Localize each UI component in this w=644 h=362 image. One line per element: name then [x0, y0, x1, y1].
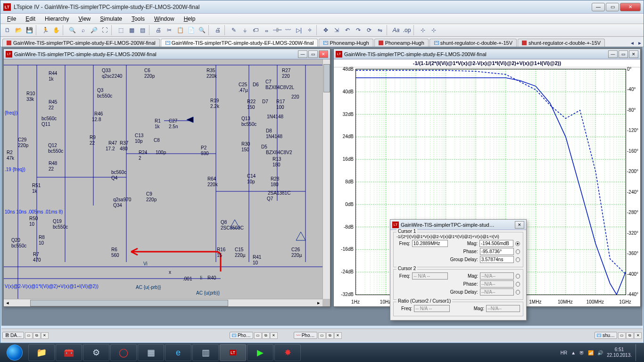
taskbar-app-1[interactable]: 🧰 — [56, 344, 82, 361]
autorange-icon[interactable]: ⬚ — [116, 25, 126, 35]
net2-icon[interactable]: ⊹ — [429, 25, 439, 35]
print-icon[interactable]: 🖨 — [153, 25, 164, 35]
paste-icon[interactable]: 📄 — [186, 25, 196, 35]
tray-action-icon[interactable]: ⛨ — [579, 350, 584, 355]
ratio-freq-input[interactable] — [414, 305, 450, 312]
cut-icon[interactable]: ✂ — [164, 25, 174, 35]
mdi-minimize-button[interactable]: — — [608, 50, 618, 58]
taskbar-clock[interactable]: 6:51 22.10.2013. — [607, 347, 632, 358]
ratio-mag-input[interactable] — [486, 305, 520, 312]
mdi-titlebar[interactable]: LT GainWire-TIS-simplerTPC-simple-study-… — [334, 49, 640, 59]
setup-icon[interactable]: 🖨 — [213, 25, 223, 35]
menu-hierarchy[interactable]: Hierarchy — [40, 15, 74, 23]
cap-icon[interactable]: ⊣⊢ — [272, 25, 282, 35]
diode-icon[interactable]: ▷| — [294, 25, 304, 35]
dialog-close-button[interactable]: ✕ — [515, 221, 524, 229]
mdi-close-button[interactable]: ✕ — [319, 50, 328, 58]
min-close-icon[interactable]: ✕ — [634, 332, 642, 339]
system-tray[interactable]: HR ▲ ⛨ 📶 🔊 6:51 22.10.2013. — [561, 344, 642, 361]
doc-tab-3[interactable]: Phoneamp-Hugh — [374, 39, 429, 47]
zoom-out-icon[interactable]: 🔎 — [89, 25, 99, 35]
tray-flag-icon[interactable]: ▲ — [571, 350, 576, 355]
scrollbar-horizontal[interactable]: ◂ ▸ — [4, 299, 322, 306]
menu-help[interactable]: Help — [179, 15, 200, 23]
taskbar-app-4[interactable]: ▥ — [192, 344, 219, 361]
doc-tab-4[interactable]: ⮹shunt-regulator-c-double-+-15V — [429, 39, 517, 47]
menu-view[interactable]: View — [74, 15, 95, 23]
cursor1-mag-radio[interactable] — [515, 241, 520, 246]
inductor-icon[interactable]: 〰 — [283, 25, 293, 35]
min-max-icon[interactable]: ⧉ — [326, 332, 334, 339]
doc-tab-5[interactable]: shunt-regulator-c-double-+-15V — [518, 39, 605, 47]
min-close-icon[interactable]: ✕ — [41, 332, 49, 339]
taskbar-app-2[interactable]: ⚙ — [83, 344, 109, 361]
bottom-tab-2[interactable]: 〰Pho… — [294, 332, 317, 339]
bottom-tab-1[interactable]: ⮹Pho… — [230, 332, 253, 339]
cursor1-freq-input[interactable] — [412, 240, 448, 247]
rotate-icon[interactable]: ⟳ — [364, 25, 374, 35]
start-button[interactable] — [2, 344, 27, 361]
zoom-area-icon[interactable]: ⌕ — [78, 25, 88, 35]
cursor2-mag-radio[interactable] — [516, 274, 520, 279]
wire-icon[interactable]: ✎ — [229, 25, 239, 35]
cursor2-phase-radio[interactable] — [516, 282, 520, 287]
tile-icon[interactable]: ▦ — [126, 25, 137, 35]
show-desktop-button[interactable] — [636, 344, 639, 361]
doc-tab-2[interactable]: ⮹Phoneamp-Hugh — [319, 39, 373, 47]
tab-scroll-left-icon[interactable]: ◂ — [628, 39, 636, 47]
titlebar[interactable]: LT LTspice IV - GainWire-TIS-simplerTPC-… — [0, 0, 644, 14]
save-icon[interactable]: 💾 — [24, 25, 34, 35]
mdi-minimize-button[interactable]: — — [298, 50, 307, 58]
minimize-button[interactable]: — — [592, 3, 605, 11]
language-indicator[interactable]: HR — [561, 350, 567, 355]
menu-edit[interactable]: Edit — [21, 15, 40, 23]
taskbar-app-6[interactable]: ✸ — [274, 344, 301, 361]
taskbar-trend[interactable]: ◯ — [110, 344, 137, 361]
min-restore-icon[interactable]: ▭ — [318, 332, 326, 339]
ground-icon[interactable]: ⏚ — [239, 25, 250, 35]
spice-icon[interactable]: .op — [402, 25, 412, 35]
cursor1-phase-input[interactable] — [480, 248, 514, 255]
redo-icon[interactable]: ↷ — [353, 25, 363, 35]
net-icon[interactable]: ⊹ — [418, 25, 428, 35]
copy-icon[interactable]: 📋 — [175, 25, 185, 35]
scrollbar-vertical[interactable] — [322, 59, 330, 299]
stop-icon[interactable]: ✋ — [51, 25, 61, 35]
text-icon[interactable]: Aa — [391, 25, 401, 35]
taskbar-ie[interactable]: e — [165, 344, 191, 361]
tab-scroll-right-icon[interactable]: ▸ — [636, 39, 644, 47]
zoom-in-icon[interactable]: 🔍 — [67, 25, 77, 35]
move-icon[interactable]: ✥ — [321, 25, 331, 35]
tray-network-icon[interactable]: 📶 — [588, 350, 594, 355]
bottom-tab-0[interactable]: 🖹DA… — [2, 332, 24, 339]
label-icon[interactable]: 🏷 — [250, 25, 261, 35]
tray-volume-icon[interactable]: 🔊 — [597, 350, 603, 355]
cascade-icon[interactable]: ▤ — [137, 25, 148, 35]
doc-tab-0[interactable]: GainWire-TIS-simplerTPC-simple-study-EF-… — [2, 39, 160, 47]
cursor2-gd-input[interactable] — [480, 288, 514, 296]
doc-tab-1[interactable]: ⮹GainWire-TIS-simplerTPC-simple-study-EF… — [161, 39, 318, 47]
taskbar-ltspice[interactable]: LT — [220, 344, 246, 361]
cursor-dialog[interactable]: LT GainWire-TIS-simplerTPC-simple-stud… … — [390, 219, 527, 321]
cursor2-phase-input[interactable] — [480, 280, 514, 288]
taskbar-explorer[interactable]: 📁 — [28, 344, 55, 361]
maximize-button[interactable]: ▭ — [606, 3, 619, 11]
cursor2-gd-radio[interactable] — [516, 290, 520, 295]
drag-icon[interactable]: ⇲ — [331, 25, 342, 35]
menu-tools[interactable]: Tools — [127, 15, 149, 23]
cursor1-mag-input[interactable] — [479, 240, 513, 247]
component-icon[interactable]: ✧ — [305, 25, 315, 35]
cursor2-mag-input[interactable] — [480, 272, 514, 280]
resistor-icon[interactable]: ⏛ — [261, 25, 272, 35]
min-restore-icon[interactable]: ▭ — [254, 332, 262, 339]
menu-file[interactable]: File — [2, 15, 21, 23]
min-max-icon[interactable]: ⧉ — [33, 332, 41, 339]
min-close-icon[interactable]: ✕ — [270, 332, 278, 339]
min-restore-icon[interactable]: ▭ — [25, 332, 33, 339]
search-icon[interactable]: 🔍 — [197, 25, 207, 35]
bottom-tab-3[interactable]: ⮹shu… — [594, 332, 617, 339]
mdi-titlebar[interactable]: LT GainWire-TIS-simplerTPC-simple-study-… — [4, 49, 330, 59]
close-button[interactable]: ✕ — [620, 3, 641, 11]
mirror-icon[interactable]: ⇋ — [375, 25, 385, 35]
cursor1-gd-input[interactable] — [480, 256, 514, 263]
